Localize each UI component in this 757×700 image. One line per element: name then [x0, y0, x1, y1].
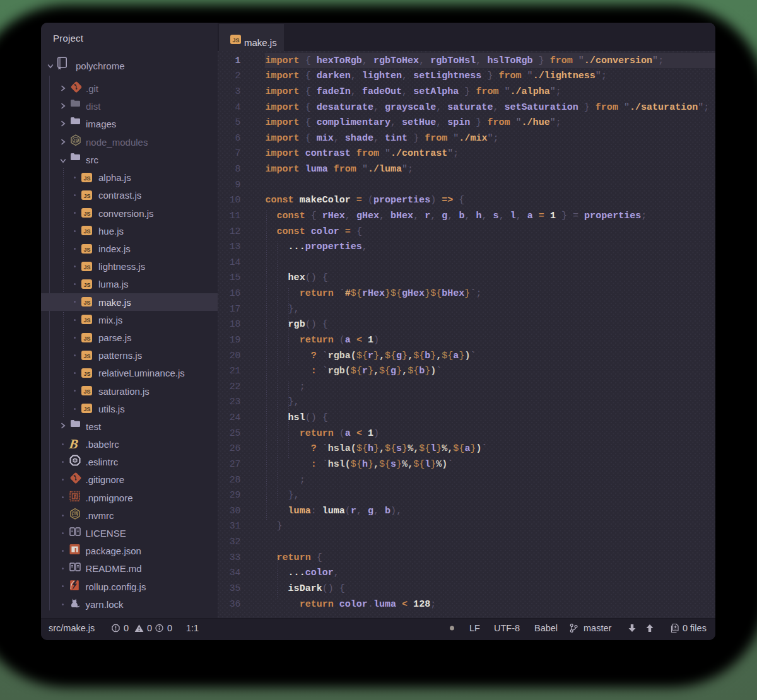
svg-text:JS: JS: [232, 37, 239, 44]
svg-text:JS: JS: [83, 300, 90, 306]
svg-text:JS: JS: [83, 192, 90, 199]
svg-text:JS: JS: [83, 228, 90, 235]
svg-text:JS: JS: [83, 281, 90, 288]
svg-text:JS: JS: [73, 138, 79, 143]
svg-text:JS: JS: [73, 511, 78, 516]
svg-text:JS: JS: [83, 335, 90, 341]
svg-text:JS: JS: [83, 406, 90, 412]
svg-text:JS: JS: [83, 317, 90, 324]
svg-text:JS: JS: [83, 370, 90, 376]
svg-text:JS: JS: [83, 246, 90, 252]
svg-text:JS: JS: [83, 353, 90, 359]
svg-text:JS: JS: [83, 264, 90, 270]
svg-text:JS: JS: [83, 175, 90, 181]
svg-text:JS: JS: [83, 211, 90, 217]
svg-text:JS: JS: [83, 388, 90, 395]
